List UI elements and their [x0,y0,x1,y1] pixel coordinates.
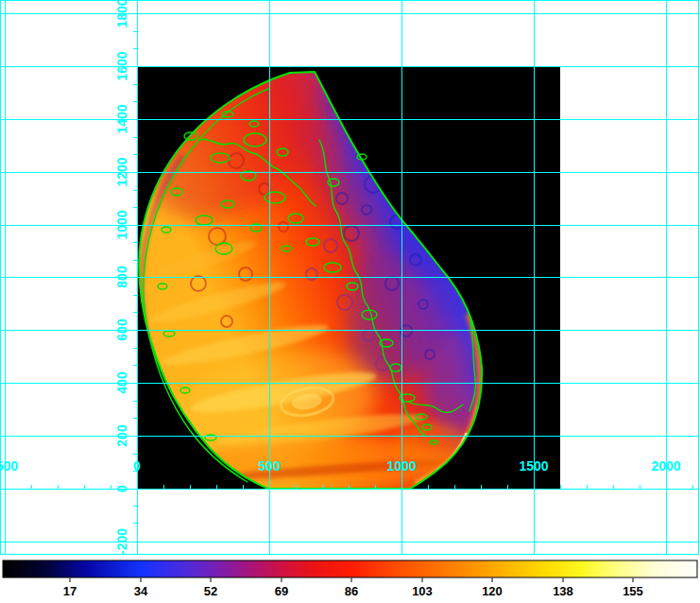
y-axis-label: 600 [114,319,129,341]
x-axis-label: 0 [133,458,141,474]
colorbar-label: 103 [412,584,433,598]
y-axis-label: 400 [114,371,129,394]
y-axis-label: 1800 [114,0,129,28]
colorbar-label: 138 [553,584,573,598]
colorbar-label: 86 [345,584,358,598]
y-axis-label: 800 [114,266,129,288]
colorbar-label: 155 [623,584,643,598]
y-axis-label: 1200 [114,157,129,186]
colorbar-label: 17 [63,584,77,598]
x-axis-label: 2000 [651,458,680,474]
x-axis-label: 1000 [386,458,416,474]
y-axis-label: -200 [114,528,129,555]
y-axis-label: 1600 [114,51,129,80]
y-axis-label: 1000 [114,210,129,239]
y-axis-label: 1400 [114,104,129,133]
colorbar-label: 34 [134,584,148,598]
colorbar-label: 120 [482,584,503,598]
scientific-plot-canvas: 1800 1600 1400 1200 1000 800 600 400 200… [0,0,700,603]
colorbar-gradient [3,560,697,577]
colorbar-label: 52 [204,584,217,598]
y-axis-label: 200 [114,424,129,447]
x-axis-label: 1500 [519,458,548,474]
x-axis-label: 500 [258,458,281,474]
x-axis-label: -500 [0,458,18,474]
colorbar-label: 69 [275,584,288,598]
y-axis-label: 0 [114,485,129,492]
